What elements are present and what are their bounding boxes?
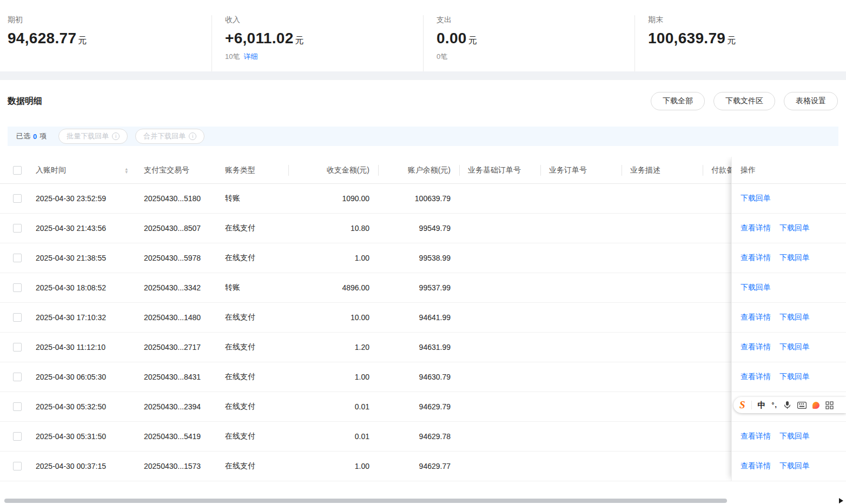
row-checkbox[interactable] bbox=[13, 283, 22, 292]
scroll-right-arrow-icon[interactable] bbox=[839, 498, 843, 503]
expense-value: 0.00元 bbox=[437, 30, 634, 47]
chinese-mode-icon[interactable]: 中 bbox=[758, 400, 766, 410]
row-checkbox-cell bbox=[0, 452, 27, 481]
select-all-cell bbox=[0, 157, 27, 183]
page-title: 数据明细 bbox=[8, 96, 42, 107]
transaction-id-cell: 20250430...8431 bbox=[135, 362, 216, 392]
table-rows: 2025-04-30 23:52:5920250430...5180转账1090… bbox=[0, 184, 768, 481]
punctuation-icon[interactable]: °, bbox=[772, 401, 777, 409]
ime-divider bbox=[751, 401, 752, 409]
row-checkbox-cell bbox=[0, 273, 27, 302]
row-checkbox[interactable] bbox=[13, 462, 22, 470]
row-checkbox[interactable] bbox=[13, 224, 22, 233]
sort-icon[interactable]: ▴▾ bbox=[125, 167, 128, 174]
base-order-cell bbox=[459, 362, 540, 392]
amount-cell: 1.00 bbox=[288, 243, 378, 273]
description-cell bbox=[622, 214, 703, 243]
income-detail-link[interactable]: 详细 bbox=[243, 52, 257, 61]
download-receipt-link[interactable]: 下载回单 bbox=[779, 432, 810, 441]
amount-cell: 1.00 bbox=[288, 362, 378, 392]
soft-keyboard-icon[interactable] bbox=[797, 402, 807, 409]
header-entry-time[interactable]: 入账时间 ▴▾ bbox=[27, 157, 135, 183]
account-type-cell: 在线支付 bbox=[216, 214, 288, 243]
sogou-logo-icon[interactable]: S bbox=[739, 399, 745, 411]
income-label: 收入 bbox=[225, 15, 423, 25]
base-order-cell bbox=[459, 184, 540, 213]
batch-download-button[interactable]: 批量下载回单 i bbox=[58, 129, 128, 144]
expense-sub: 0笔 bbox=[437, 52, 634, 62]
view-details-link[interactable]: 查看详情 bbox=[741, 313, 771, 322]
download-receipt-link[interactable]: 下载回单 bbox=[779, 342, 810, 352]
header-description: 业务描述 bbox=[622, 157, 703, 183]
download-receipt-link[interactable]: 下载回单 bbox=[779, 372, 810, 382]
ops-row: 查看详情下载回单 bbox=[732, 303, 846, 333]
data-detail-card: 数据明细 下载全部 下载文件区 表格设置 已选0项 批量下载回单 i 合并下载回… bbox=[0, 80, 846, 504]
header-operations: 操作 bbox=[732, 157, 846, 184]
download-receipt-link[interactable]: 下载回单 bbox=[779, 313, 810, 322]
amount-cell: 0.01 bbox=[288, 422, 378, 451]
income-count: 10笔 bbox=[225, 52, 240, 61]
view-details-link[interactable]: 查看详情 bbox=[741, 372, 771, 382]
entry-time-cell: 2025-04-30 17:10:32 bbox=[27, 303, 135, 332]
merge-download-button[interactable]: 合并下载回单 i bbox=[135, 129, 204, 144]
header-account-type: 账务类型 bbox=[216, 157, 288, 183]
summary-closing: 期末 100,639.79元 bbox=[634, 15, 846, 71]
selection-summary: 已选0项 bbox=[16, 131, 47, 141]
row-checkbox[interactable] bbox=[13, 373, 22, 381]
yuan-unit: 元 bbox=[468, 36, 477, 45]
account-type-cell: 在线支付 bbox=[216, 362, 288, 392]
row-checkbox[interactable] bbox=[13, 194, 22, 203]
entry-time-cell: 2025-04-30 11:12:10 bbox=[27, 333, 135, 362]
row-checkbox[interactable] bbox=[13, 343, 22, 352]
download-receipt-link[interactable]: 下载回单 bbox=[741, 194, 771, 203]
download-filezone-button[interactable]: 下载文件区 bbox=[713, 92, 775, 110]
header-amount: 收支金额(元) bbox=[288, 157, 378, 183]
order-cell bbox=[540, 333, 622, 362]
transactions-table: 入账时间 ▴▾ 支付宝交易号 账务类型 收支金额(元) 账户余额(元) 业务基础… bbox=[0, 157, 846, 481]
row-checkbox[interactable] bbox=[13, 432, 22, 441]
microphone-icon[interactable] bbox=[783, 401, 791, 409]
download-receipt-link[interactable]: 下载回单 bbox=[779, 461, 810, 471]
entry-time-cell: 2025-04-30 00:37:15 bbox=[27, 452, 135, 481]
info-icon: i bbox=[112, 132, 120, 140]
view-details-link[interactable]: 查看详情 bbox=[741, 253, 771, 263]
info-icon: i bbox=[189, 132, 196, 140]
download-all-button[interactable]: 下载全部 bbox=[651, 92, 705, 110]
download-receipt-link[interactable]: 下载回单 bbox=[779, 253, 810, 263]
income-value: +6,011.02元 bbox=[225, 30, 423, 47]
table-scroll-content: 入账时间 ▴▾ 支付宝交易号 账务类型 收支金额(元) 账户余额(元) 业务基础… bbox=[0, 157, 768, 481]
skin-icon[interactable] bbox=[812, 402, 819, 409]
view-details-link[interactable]: 查看详情 bbox=[741, 461, 771, 471]
ops-row: 查看详情下载回单 bbox=[732, 333, 846, 362]
selection-count: 0 bbox=[33, 132, 37, 141]
row-checkbox[interactable] bbox=[13, 254, 22, 262]
view-details-link[interactable]: 查看详情 bbox=[741, 223, 771, 233]
account-type-cell: 在线支付 bbox=[216, 392, 288, 421]
view-details-link[interactable]: 查看详情 bbox=[741, 432, 771, 441]
table-row: 2025-04-30 23:52:5920250430...5180转账1090… bbox=[0, 184, 768, 214]
select-all-checkbox[interactable] bbox=[13, 166, 22, 175]
row-checkbox-cell bbox=[0, 303, 27, 332]
header-balance: 账户余额(元) bbox=[378, 157, 459, 183]
account-type-cell: 在线支付 bbox=[216, 422, 288, 451]
view-details-link[interactable]: 查看详情 bbox=[741, 342, 771, 352]
download-receipt-link[interactable]: 下载回单 bbox=[779, 223, 810, 233]
row-checkbox-cell bbox=[0, 333, 27, 362]
table-settings-button[interactable]: 表格设置 bbox=[784, 92, 838, 110]
row-checkbox[interactable] bbox=[13, 402, 22, 411]
description-cell bbox=[622, 452, 703, 481]
account-type-cell: 在线支付 bbox=[216, 243, 288, 273]
table-row: 2025-04-30 17:10:3220250430...1480在线支付10… bbox=[0, 303, 768, 333]
order-cell bbox=[540, 273, 622, 302]
yuan-unit: 元 bbox=[727, 36, 736, 45]
balance-cell: 94630.79 bbox=[378, 362, 459, 392]
balance-cell: 94641.99 bbox=[378, 303, 459, 332]
balance-cell: 94629.78 bbox=[378, 422, 459, 451]
horizontal-scrollbar-thumb[interactable] bbox=[4, 499, 727, 503]
toolbox-grid-icon[interactable] bbox=[825, 401, 834, 409]
row-checkbox[interactable] bbox=[13, 313, 22, 322]
table-row: 2025-04-30 05:32:5020250430...2394在线支付0.… bbox=[0, 392, 768, 422]
download-receipt-link[interactable]: 下载回单 bbox=[741, 283, 771, 293]
amount-cell: 10.00 bbox=[288, 303, 378, 332]
base-order-cell bbox=[459, 273, 540, 302]
